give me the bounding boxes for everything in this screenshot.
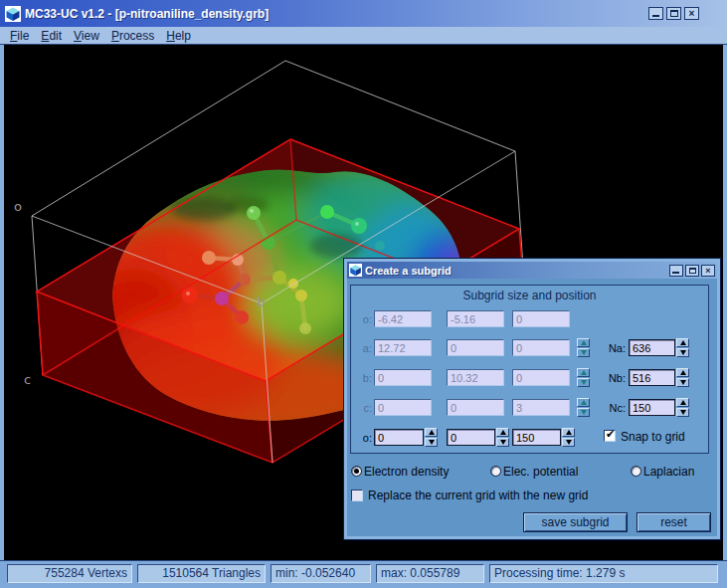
field-a-z: 0 xyxy=(512,339,570,356)
dialog-cube-icon xyxy=(349,264,362,277)
field-o-origin-x: -6.42 xyxy=(374,310,432,327)
status-bar: 755284 Vertexs 1510564 Triangles min: -0… xyxy=(0,560,727,588)
menu-process[interactable]: Process xyxy=(111,29,154,43)
snap-to-grid-label: Snap to grid xyxy=(621,430,685,444)
subgrid-groupbox: Subgrid size and position o: -6.42 -5.16… xyxy=(350,285,709,454)
field-a-y: 0 xyxy=(447,339,504,356)
na-input[interactable] xyxy=(629,339,675,356)
nc-input[interactable] xyxy=(629,399,675,416)
status-max-value: max: 0.055789 xyxy=(376,564,484,583)
spinner-nc[interactable] xyxy=(676,398,689,417)
o-offset-x-input[interactable] xyxy=(374,429,424,446)
status-min-value: min: -0.052640 xyxy=(271,564,371,583)
groupbox-title: Subgrid size and position xyxy=(351,289,708,302)
field-b-y: 10.32 xyxy=(447,369,504,386)
minimize-button[interactable] xyxy=(648,7,663,20)
replace-grid-label: Replace the current grid with the new gr… xyxy=(368,489,588,502)
spinner-oy[interactable] xyxy=(496,428,509,447)
spinner-nb[interactable] xyxy=(676,368,689,387)
window-title: MC33-UC v1.2 - [p-nitroaniline_density.g… xyxy=(25,7,269,21)
status-vertex-count: 755284 Vertexs xyxy=(7,564,132,583)
menu-view[interactable]: View xyxy=(74,29,99,43)
spinner-a[interactable] xyxy=(577,338,590,357)
spinner-ox[interactable] xyxy=(425,428,438,447)
menu-file[interactable]: File xyxy=(10,29,29,43)
label-o-origin: o: xyxy=(353,313,372,325)
field-c-y: 0 xyxy=(447,399,504,416)
label-nc: Nc: xyxy=(602,402,626,414)
field-o-origin-y: -5.16 xyxy=(447,310,504,327)
status-triangle-count: 1510564 Triangles xyxy=(137,564,266,583)
radio-laplacian[interactable] xyxy=(631,466,641,477)
o-offset-z-input[interactable] xyxy=(512,429,561,446)
o-offset-y-input[interactable] xyxy=(447,429,495,446)
label-b: b: xyxy=(353,372,372,384)
radio-dot-icon xyxy=(354,469,359,474)
radio-elec-potential[interactable] xyxy=(490,466,501,477)
radio-laplacian-label: Laplacian xyxy=(643,465,694,479)
label-o-offset: o: xyxy=(353,432,372,444)
field-b-x: 0 xyxy=(374,369,432,386)
snap-to-grid-checkbox[interactable]: ✔ xyxy=(604,430,616,442)
spinner-c[interactable] xyxy=(577,398,590,417)
app-window: MC33-UC v1.2 - [p-nitroaniline_density.g… xyxy=(0,0,727,588)
title-bar: MC33-UC v1.2 - [p-nitroaniline_density.g… xyxy=(0,0,727,27)
field-a-x: 12.72 xyxy=(374,339,432,356)
dialog-title-bar[interactable]: Create a subgrid × xyxy=(347,262,717,279)
axis-label-c: c xyxy=(24,372,31,387)
field-c-z: 3 xyxy=(512,399,570,416)
axis-label-o: o xyxy=(14,199,22,214)
status-processing-time: Processing time: 1.279 s xyxy=(489,564,718,583)
dialog-title: Create a subgrid xyxy=(365,265,666,277)
menu-bar: File Edit View Process Help xyxy=(0,27,727,45)
create-subgrid-dialog: Create a subgrid × Subgrid size and posi… xyxy=(343,258,721,540)
replace-grid-checkbox[interactable]: ✔ xyxy=(351,490,363,501)
field-c-x: 0 xyxy=(374,399,432,416)
label-na: Na: xyxy=(602,342,626,354)
axis-label-b: b xyxy=(257,294,265,309)
radio-elec-potential-label: Elec. potential xyxy=(503,465,578,479)
radio-electron-density[interactable] xyxy=(351,466,362,477)
reset-button[interactable]: reset xyxy=(636,512,711,532)
menu-help[interactable]: Help xyxy=(166,29,191,43)
radio-electron-density-label: Electron density xyxy=(364,465,449,479)
close-button[interactable]: × xyxy=(684,7,699,20)
label-a: a: xyxy=(353,342,372,354)
check-icon: ✔ xyxy=(606,428,615,441)
maximize-button[interactable] xyxy=(666,7,681,20)
field-b-z: 0 xyxy=(512,369,570,386)
app-cube-icon xyxy=(5,6,21,22)
label-c: c: xyxy=(353,402,372,414)
save-subgrid-button[interactable]: save subgrid xyxy=(523,512,628,532)
nb-input[interactable] xyxy=(629,369,675,386)
dialog-close-button[interactable]: × xyxy=(701,265,715,277)
viewport-3d[interactable]: o b c Create a subgrid xyxy=(4,45,723,560)
label-nb: Nb: xyxy=(602,372,626,384)
dialog-minimize-button[interactable] xyxy=(669,265,683,277)
field-o-origin-z: 0 xyxy=(512,310,570,327)
dialog-maximize-button[interactable] xyxy=(685,265,699,277)
menu-edit[interactable]: Edit xyxy=(41,29,62,43)
spinner-b[interactable] xyxy=(577,368,590,387)
spinner-na[interactable] xyxy=(676,338,689,357)
spinner-oz[interactable] xyxy=(562,428,575,447)
